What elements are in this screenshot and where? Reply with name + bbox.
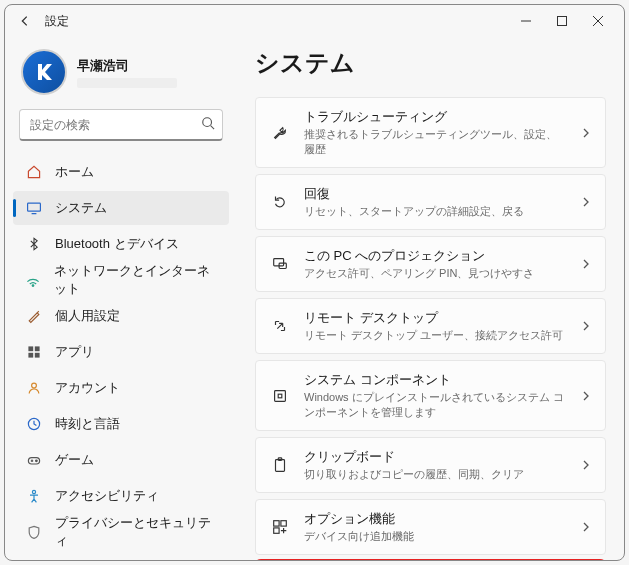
card-title: トラブルシューティング [304, 108, 567, 126]
card-sub: アクセス許可、ペアリング PIN、見つけやすさ [304, 266, 567, 281]
clipboard-icon [270, 455, 290, 475]
main-panel: システム トラブルシューティング推奨されるトラブルシューティングツール、設定、履… [237, 37, 624, 560]
nav-network[interactable]: ネットワークとインターネット [13, 263, 229, 297]
card-optional-features[interactable]: オプション機能デバイス向け追加機能 [255, 499, 606, 555]
card-title: この PC へのプロジェクション [304, 247, 567, 265]
card-title: 回復 [304, 185, 567, 203]
settings-window: 設定 早瀬浩司 [4, 4, 625, 561]
update-icon [25, 559, 43, 560]
recovery-icon [270, 192, 290, 212]
svg-rect-15 [28, 458, 39, 464]
nav-personalization[interactable]: 個人用設定 [13, 299, 229, 333]
personalization-icon [25, 307, 43, 325]
nav-label: アクセシビリティ [55, 487, 159, 505]
card-sub: Windows にプレインストールされているシステム コンポーネントを管理します [304, 390, 567, 420]
back-button[interactable] [13, 9, 37, 33]
svg-rect-9 [28, 346, 33, 351]
card-title: クリップボード [304, 448, 567, 466]
card-clipboard[interactable]: クリップボード切り取りおよびコピーの履歴、同期、クリア [255, 437, 606, 493]
components-icon [270, 386, 290, 406]
card-sub: デバイス向け追加機能 [304, 529, 567, 544]
svg-rect-22 [276, 460, 285, 472]
svg-line-5 [211, 126, 215, 130]
svg-rect-10 [35, 346, 40, 351]
avatar [21, 49, 67, 95]
card-title: オプション機能 [304, 510, 567, 528]
user-name: 早瀬浩司 [77, 57, 177, 75]
sidebar: 早瀬浩司 ホーム システム [5, 37, 237, 560]
content: 早瀬浩司 ホーム システム [5, 37, 624, 560]
svg-point-8 [32, 285, 34, 287]
nav-accessibility[interactable]: アクセシビリティ [13, 479, 229, 513]
nav-privacy[interactable]: プライバシーとセキュリティ [13, 515, 229, 549]
card-sub: 切り取りおよびコピーの履歴、同期、クリア [304, 467, 567, 482]
nav-apps[interactable]: アプリ [13, 335, 229, 369]
svg-point-13 [32, 383, 37, 388]
page-title: システム [255, 47, 606, 79]
svg-rect-24 [274, 521, 279, 526]
apps-icon [25, 343, 43, 361]
svg-rect-1 [558, 17, 567, 26]
nav-time-language[interactable]: 時刻と言語 [13, 407, 229, 441]
nav-system[interactable]: システム [13, 191, 229, 225]
system-icon [25, 199, 43, 217]
bluetooth-icon [25, 235, 43, 253]
search-icon [201, 116, 215, 134]
search-input[interactable] [19, 109, 223, 141]
time-icon [25, 415, 43, 433]
card-remote-desktop[interactable]: リモート デスクトップリモート デスクトップ ユーザー、接続アクセス許可 [255, 298, 606, 354]
card-system-components[interactable]: システム コンポーネントWindows にプレインストールされているシステム コ… [255, 360, 606, 431]
remote-icon [270, 316, 290, 336]
wrench-icon [270, 123, 290, 143]
accessibility-icon [25, 487, 43, 505]
settings-cards: トラブルシューティング推奨されるトラブルシューティングツール、設定、履歴 回復リ… [255, 97, 606, 560]
nav-label: 個人用設定 [55, 307, 120, 325]
chevron-right-icon [581, 317, 591, 335]
gaming-icon [25, 451, 43, 469]
svg-rect-20 [275, 390, 286, 401]
card-recovery[interactable]: 回復リセット、スタートアップの詳細設定、戻る [255, 174, 606, 230]
chevron-right-icon [581, 518, 591, 536]
svg-rect-21 [278, 394, 282, 398]
card-sub: リモート デスクトップ ユーザー、接続アクセス許可 [304, 328, 567, 343]
maximize-button[interactable] [544, 7, 580, 35]
titlebar: 設定 [5, 5, 624, 37]
window-title: 設定 [45, 13, 69, 30]
close-button[interactable] [580, 7, 616, 35]
svg-rect-11 [28, 353, 33, 358]
nav-bluetooth[interactable]: Bluetooth とデバイス [13, 227, 229, 261]
svg-point-4 [203, 118, 212, 127]
chevron-right-icon [581, 255, 591, 273]
svg-point-17 [32, 490, 35, 493]
card-title: リモート デスクトップ [304, 309, 567, 327]
search-box[interactable] [19, 109, 223, 141]
profile[interactable]: 早瀬浩司 [13, 43, 229, 109]
card-sub: 推奨されるトラブルシューティングツール、設定、履歴 [304, 127, 567, 157]
projection-icon [270, 254, 290, 274]
network-icon [25, 271, 42, 289]
user-email-redacted [77, 78, 177, 88]
card-sub: リセット、スタートアップの詳細設定、戻る [304, 204, 567, 219]
accounts-icon [25, 379, 43, 397]
features-icon [270, 517, 290, 537]
card-title: システム コンポーネント [304, 371, 567, 389]
svg-rect-6 [28, 203, 41, 211]
card-troubleshoot[interactable]: トラブルシューティング推奨されるトラブルシューティングツール、設定、履歴 [255, 97, 606, 168]
svg-rect-12 [35, 353, 40, 358]
chevron-right-icon [581, 456, 591, 474]
nav-gaming[interactable]: ゲーム [13, 443, 229, 477]
nav-label: システム [55, 199, 107, 217]
card-projection[interactable]: この PC へのプロジェクションアクセス許可、ペアリング PIN、見つけやすさ [255, 236, 606, 292]
minimize-button[interactable] [508, 7, 544, 35]
privacy-icon [25, 523, 43, 541]
nav-label: ネットワークとインターネット [54, 262, 221, 298]
nav-home[interactable]: ホーム [13, 155, 229, 189]
svg-rect-26 [274, 528, 279, 533]
svg-rect-25 [281, 521, 286, 526]
home-icon [25, 163, 43, 181]
nav-label: Bluetooth とデバイス [55, 235, 179, 253]
nav-accounts[interactable]: アカウント [13, 371, 229, 405]
nav-windows-update[interactable]: Windows Update [13, 551, 229, 560]
nav-label: 時刻と言語 [55, 415, 120, 433]
svg-point-16 [36, 460, 38, 462]
